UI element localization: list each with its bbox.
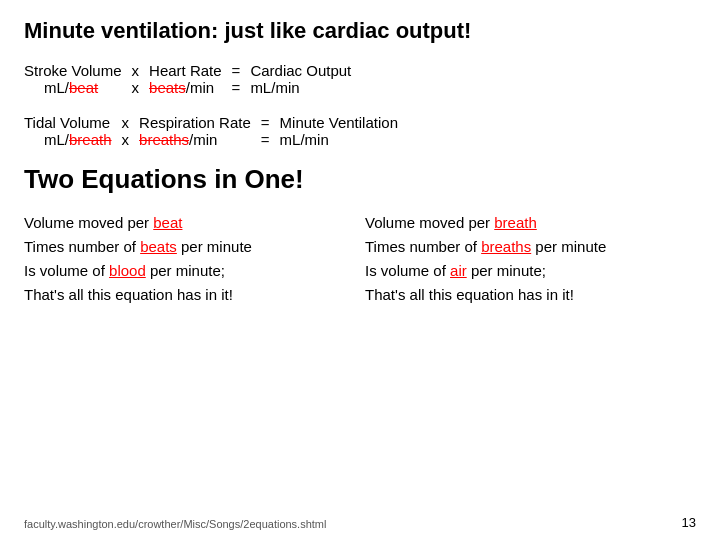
eq2-breath-strikethrough: breath — [69, 131, 112, 148]
eq2-equals2: = — [261, 131, 280, 148]
eq2-breaths-min: breaths/min — [139, 131, 261, 148]
eq1-x1: x — [132, 62, 150, 79]
left-beat-link[interactable]: beat — [153, 214, 182, 231]
right-line3: Is volume of air per minute; — [365, 259, 696, 283]
left-blood-link[interactable]: blood — [109, 262, 146, 279]
eq1-x2: x — [132, 79, 150, 96]
eq1-equals2: = — [232, 79, 251, 96]
eq1-heart-rate: Heart Rate — [149, 62, 232, 79]
right-breath-link[interactable]: breath — [494, 214, 537, 231]
section2-title: Two Equations in One! — [24, 164, 696, 195]
eq1-ml-beat: mL/beat — [24, 79, 132, 96]
right-line1: Volume moved per breath — [365, 211, 696, 235]
eq1-beats-strikethrough: beats — [149, 79, 186, 96]
eq1-equals1: = — [232, 62, 251, 79]
eq2-tidal-volume: Tidal Volume — [24, 114, 122, 131]
left-line2: Times number of beats per minute — [24, 235, 355, 259]
page-number: 13 — [682, 515, 696, 530]
eq1-beats-min: beats/min — [149, 79, 232, 96]
eq2-minute-ventilation: Minute Ventilation — [280, 114, 398, 131]
right-line4: That's all this equation has in it! — [365, 283, 696, 307]
eq2-x2: x — [122, 131, 140, 148]
equation-table-1: Stroke Volume x Heart Rate = Cardiac Out… — [24, 62, 351, 96]
eq2-ml-min: mL/min — [280, 131, 398, 148]
eq1-cardiac-output: Cardiac Output — [250, 62, 351, 79]
eq1-stroke-volume: Stroke Volume — [24, 62, 132, 79]
left-line3: Is volume of blood per minute; — [24, 259, 355, 283]
left-column: Volume moved per beat Times number of be… — [24, 211, 355, 307]
eq2-equals1: = — [261, 114, 280, 131]
eq2-ml-breath: mL/breath — [24, 131, 122, 148]
equation-table-2: Tidal Volume x Respiration Rate = Minute… — [24, 114, 398, 148]
left-line1: Volume moved per beat — [24, 211, 355, 235]
right-column: Volume moved per breath Times number of … — [365, 211, 696, 307]
footer-url: faculty.washington.edu/crowther/Misc/Son… — [24, 518, 326, 530]
right-line2: Times number of breaths per minute — [365, 235, 696, 259]
eq2-respiration-rate: Respiration Rate — [139, 114, 261, 131]
eq1-ml-min: mL/min — [250, 79, 351, 96]
right-breaths-link[interactable]: breaths — [481, 238, 531, 255]
two-column-section: Volume moved per beat Times number of be… — [24, 211, 696, 307]
eq1-beat-strikethrough: beat — [69, 79, 98, 96]
eq2-x1: x — [122, 114, 140, 131]
eq2-breaths-strikethrough: breaths — [139, 131, 189, 148]
right-air-link[interactable]: air — [450, 262, 467, 279]
page-title: Minute ventilation: just like cardiac ou… — [24, 18, 696, 44]
left-line4: That's all this equation has in it! — [24, 283, 355, 307]
left-beats-link[interactable]: beats — [140, 238, 177, 255]
